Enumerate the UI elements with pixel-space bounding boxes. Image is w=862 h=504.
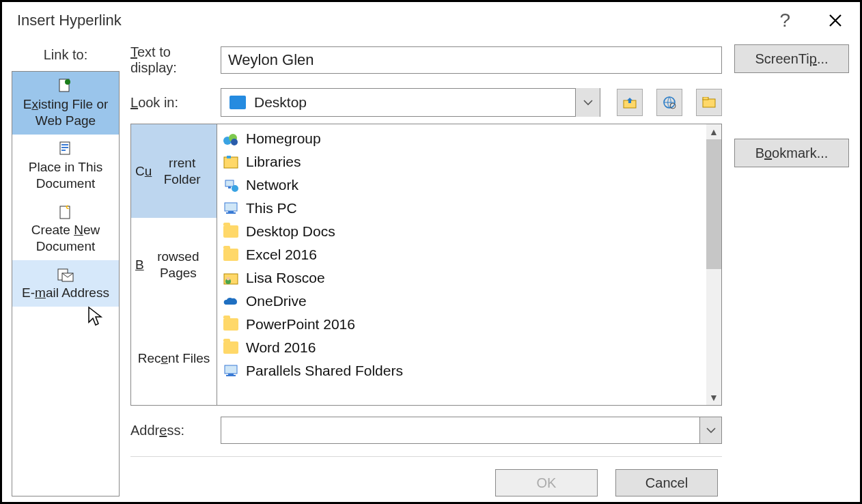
svg-rect-26 [228,374,234,375]
folder-icon [223,247,239,262]
svg-rect-15 [227,156,231,158]
screentip-button[interactable]: ScreenTip... [734,44,849,73]
linkto-create-new-document[interactable]: Create New Document [12,197,119,260]
folder-icon [223,340,239,355]
svg-point-13 [231,139,238,145]
desktop-icon [230,96,246,109]
svg-rect-9 [703,99,715,107]
svg-rect-25 [225,365,237,374]
look-in-label: Look in: [130,95,221,111]
list-item-label: PowerPoint 2016 [246,316,355,333]
look-in-dropdown-arrow[interactable] [575,88,600,117]
list-item-label: Desktop Docs [246,223,335,240]
svg-point-24 [227,277,230,281]
svg-point-18 [232,185,238,192]
ok-button[interactable]: OK [495,469,598,496]
svg-rect-17 [228,186,231,188]
place-in-document-icon [57,140,74,158]
look-in-value: Desktop [254,94,575,111]
list-item[interactable]: Word 2016 [217,336,721,359]
address-input[interactable] [221,417,699,443]
list-item[interactable]: Lisa Roscoe [217,266,721,290]
userfolder-icon [223,270,239,285]
network-icon [223,178,239,193]
svg-rect-21 [226,212,236,214]
look-in-combo[interactable]: Desktop [221,88,600,117]
list-item[interactable]: Network [217,173,721,197]
tab-recent-files[interactable]: Recent Files [131,311,217,405]
scroll-up-arrow[interactable]: ▲ [706,124,721,139]
up-one-level-button[interactable] [617,89,643,116]
folder-icon [223,317,239,332]
existing-file-icon [57,77,74,95]
list-item[interactable]: OneDrive [217,290,721,313]
right-buttons-column: ScreenTip... Bookmark... [729,39,854,496]
link-to-label: Link to: [44,47,87,63]
svg-rect-27 [226,375,236,376]
titlebar: Insert Hyperlink ? [2,2,860,39]
list-item-label: Homegroup [246,130,321,147]
link-to-column: Link to: Existing File or Web Page Place… [8,39,124,496]
bookmark-button[interactable]: Bookmark... [734,139,849,167]
list-item-label: Network [246,177,298,193]
svg-point-1 [65,79,70,85]
list-item-label: Libraries [246,154,301,170]
homegroup-icon [223,131,239,146]
address-dropdown-arrow[interactable] [699,417,721,443]
main-content: Text to display: Look in: Desktop [124,39,729,496]
scrollbar[interactable]: ▲ ▼ [706,124,721,405]
thispc-icon [223,363,239,378]
email-icon [57,266,74,283]
list-item-label: Parallels Shared Folders [246,363,403,379]
browse-file-button[interactable] [696,89,722,116]
list-item[interactable]: Excel 2016 [217,243,721,266]
close-icon[interactable] [826,14,845,27]
cancel-button[interactable]: Cancel [615,469,718,496]
tab-browsed-pages[interactable]: Browsed Pages [131,218,217,311]
folder-icon [223,224,239,239]
list-item-label: Lisa Roscoe [246,270,325,286]
svg-rect-14 [224,157,238,168]
svg-rect-10 [703,97,708,100]
libraries-icon [223,154,239,169]
list-item-label: This PC [246,200,297,216]
scroll-thumb[interactable] [706,139,721,269]
browse-area: Current Folder Browsed Pages Recent File… [130,124,722,406]
svg-point-8 [670,103,676,109]
dialog-footer: OK Cancel [130,457,722,496]
browse-web-button[interactable] [656,89,682,116]
linkto-place-in-document[interactable]: Place in This Document [12,135,119,197]
list-item[interactable]: Homegroup [217,127,721,150]
list-item-label: OneDrive [246,293,307,309]
link-to-list: Existing File or Web Page Place in This … [12,71,120,496]
svg-rect-16 [225,180,234,186]
list-item[interactable]: Libraries [217,150,721,173]
scroll-down-arrow[interactable]: ▼ [706,390,721,405]
linkto-email-address[interactable]: E-mail Address [12,260,119,307]
dialog-window: Insert Hyperlink ? Link to: Existing Fil… [0,0,862,504]
svg-rect-3 [60,206,70,219]
list-item-label: Excel 2016 [246,247,317,263]
list-item[interactable]: Parallels Shared Folders [217,359,721,382]
text-to-display-label: Text to display: [130,44,221,76]
address-combo[interactable] [221,417,722,444]
list-item[interactable]: Desktop Docs [217,220,721,243]
svg-rect-20 [228,211,234,212]
browse-tabs: Current Folder Browsed Pages Recent File… [131,124,217,405]
list-item[interactable]: This PC [217,197,721,220]
file-list[interactable]: HomegroupLibrariesNetworkThis PCDesktop … [217,124,721,405]
address-label: Address: [130,423,221,438]
thispc-icon [223,201,239,216]
create-new-doc-icon [57,203,74,221]
onedrive-icon [223,294,239,309]
list-item[interactable]: PowerPoint 2016 [217,313,721,336]
linkto-existing-file[interactable]: Existing File or Web Page [12,72,119,135]
svg-rect-19 [225,203,237,211]
text-to-display-input[interactable] [221,46,722,74]
dialog-title: Insert Hyperlink [17,12,122,29]
help-icon[interactable]: ? [779,10,790,31]
list-item-label: Word 2016 [246,339,316,356]
tab-current-folder[interactable]: Current Folder [131,124,217,218]
